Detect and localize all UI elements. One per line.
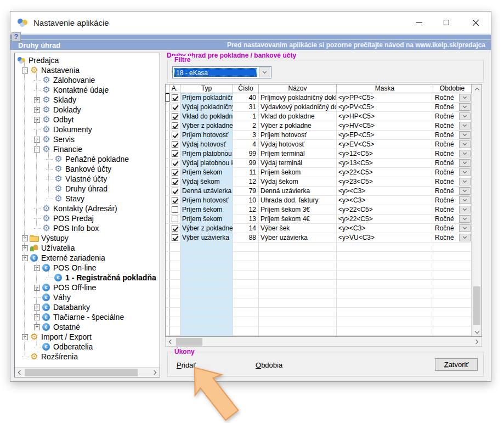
table-vertical-scrollbar[interactable] — [472, 84, 482, 336]
typ-cell[interactable]: Príjem pokladničným c — [180, 93, 233, 102]
scroll-up-button[interactable] — [472, 84, 482, 93]
typ-cell[interactable]: Výdaj pokladničným c — [180, 103, 233, 111]
maska-cell[interactable]: <y>22<C5> — [337, 168, 433, 177]
table-row[interactable]: Príjem hotovosť10Uhrada dod. faktury<y><… — [166, 196, 472, 205]
obdobie-cell[interactable]: Ročné — [433, 112, 472, 121]
obdobie-dropdown-button[interactable] — [459, 103, 471, 111]
table-row-empty[interactable] — [166, 242, 472, 252]
collapse-icon[interactable]: − — [22, 334, 28, 340]
scroll-down-button[interactable] — [472, 328, 482, 336]
scroll-left-button[interactable] — [166, 337, 175, 347]
checkbox-checked[interactable] — [172, 132, 178, 138]
collapse-icon[interactable]: − — [22, 255, 28, 261]
typ-cell[interactable]: Príjem hotovosť — [180, 196, 233, 205]
collapse-icon[interactable]: − — [22, 67, 28, 74]
nazov-cell[interactable]: Príjem terminál — [259, 149, 337, 158]
close-dialog-button[interactable]: Zatvoriť — [435, 358, 478, 371]
maska-cell[interactable]: <y><C3> — [337, 187, 433, 195]
obdobie-cell[interactable]: Ročné — [433, 121, 472, 130]
help-button[interactable]: ? — [12, 32, 21, 42]
tree-item[interactable]: −Nastavenia — [15, 65, 160, 75]
obdobie-cell[interactable]: Ročné — [433, 233, 472, 242]
checkbox-checked[interactable] — [172, 104, 178, 110]
table-row-empty[interactable] — [166, 261, 472, 270]
scrollbar-track[interactable] — [472, 93, 482, 328]
cislo-cell[interactable]: 2 — [233, 121, 259, 130]
obdobie-cell[interactable]: Ročné — [433, 205, 472, 214]
obdobie-cell[interactable]: Ročné — [433, 103, 472, 111]
obdobie-dropdown-button[interactable] — [459, 94, 471, 101]
obdobie-dropdown-button[interactable] — [459, 131, 471, 139]
scrollbar-thumb[interactable] — [25, 369, 138, 376]
obdobie-cell[interactable]: Ročné — [433, 187, 472, 195]
typ-cell[interactable]: Príjem šekom — [180, 215, 233, 223]
tree-item[interactable]: −Externé zariadenia — [15, 253, 160, 263]
collapse-icon[interactable]: − — [34, 146, 40, 153]
table-row-empty[interactable] — [166, 336, 472, 336]
cislo-cell[interactable]: 1 — [233, 112, 259, 121]
nazov-cell[interactable]: Výdaj terminál — [259, 159, 337, 167]
nazov-cell[interactable]: Výber z pokladne — [259, 121, 337, 130]
typ-cell[interactable]: Výber uzávierka — [180, 233, 233, 242]
obdobie-dropdown-button[interactable] — [459, 206, 471, 213]
column-header[interactable]: Typ — [180, 84, 233, 93]
obdobie-dropdown-button[interactable] — [459, 187, 471, 195]
typ-cell[interactable]: Vklad do pokladne — [180, 112, 233, 121]
nazov-cell[interactable]: Výber šek — [259, 224, 337, 233]
table-row-empty[interactable] — [166, 289, 472, 298]
typ-cell[interactable]: Výdaj šekom — [180, 177, 233, 186]
checkbox-checked[interactable] — [172, 94, 178, 101]
obdobie-cell[interactable]: Ročné — [433, 196, 472, 205]
expand-icon[interactable]: + — [34, 117, 40, 123]
table-row-empty[interactable] — [166, 308, 472, 317]
typ-cell[interactable]: Výber z pokladne — [180, 121, 233, 130]
column-header[interactable]: Maska — [337, 84, 433, 93]
table-row-empty[interactable] — [166, 252, 472, 261]
tree-item[interactable]: Predajca — [15, 55, 160, 65]
column-header[interactable]: Obdobie — [433, 84, 472, 93]
obdobie-dropdown-button[interactable] — [459, 159, 471, 167]
scrollbar-thumb[interactable] — [176, 338, 202, 346]
obdobie-dropdown-button[interactable] — [459, 112, 471, 120]
obdobie-cell[interactable]: Ročné — [433, 93, 472, 102]
obdobie-dropdown-button[interactable] — [459, 168, 471, 176]
cislo-cell[interactable]: 99 — [233, 159, 259, 167]
table-row[interactable]: Výdaj pokladničným c31Výdavkový pokladni… — [166, 103, 472, 112]
table-row[interactable]: Príjem hotovosť3Príjem hotovosť<y>EP<C5>… — [166, 131, 472, 140]
obdobie-cell[interactable]: Ročné — [433, 131, 472, 139]
table-row[interactable]: Príjem šekom12Príjem šekom 3€<y>22<C5>Ro… — [166, 205, 472, 215]
checkbox-checked[interactable] — [172, 169, 178, 176]
cislo-cell[interactable]: 40 — [233, 93, 259, 102]
obdobie-dropdown-button[interactable] — [459, 215, 471, 223]
nazov-cell[interactable]: Výdavkový pokladničný doklad — [259, 103, 337, 111]
checkbox-checked[interactable] — [172, 113, 178, 120]
maska-cell[interactable]: <y>EP<C5> — [337, 131, 433, 139]
table-row[interactable]: Príjem pokladničným c40Príjmový pokladni… — [166, 93, 472, 103]
typ-cell[interactable]: Príjem šekom — [180, 168, 233, 177]
expand-icon[interactable]: + — [22, 245, 28, 251]
maska-cell[interactable]: <y>EV<C5> — [337, 140, 433, 149]
expand-icon[interactable]: + — [34, 137, 40, 143]
expand-icon[interactable]: + — [34, 285, 40, 291]
obdobie-dropdown-button[interactable] — [459, 224, 471, 232]
table-row-empty[interactable] — [166, 317, 472, 326]
table-row[interactable]: Výber uzávierka88Výber uzávierka<y>VU<C3… — [166, 233, 472, 242]
maska-cell[interactable]: <y>PP<C5> — [337, 93, 433, 102]
tree-item[interactable]: −Import / Export — [15, 332, 160, 342]
obdobie-cell[interactable]: Ročné — [433, 140, 472, 149]
nazov-cell[interactable]: Výber uzávierka — [259, 233, 337, 242]
checkbox-checked[interactable] — [172, 225, 178, 232]
typ-cell[interactable]: Príjem platobnou karto — [180, 149, 233, 158]
checkbox-checked[interactable] — [172, 150, 178, 157]
table-row[interactable]: Výber z pokladne14Výber šek<y><C3>Ročné — [166, 224, 472, 233]
typ-cell[interactable]: Príjem šekom — [180, 205, 233, 214]
checkbox-checked[interactable] — [172, 122, 178, 129]
table-row[interactable]: Denná uzávierka79Denná uzávierka<y><C3>R… — [166, 187, 472, 196]
maska-cell[interactable]: <y>22<C5> — [337, 215, 433, 223]
expand-icon[interactable]: + — [34, 304, 40, 311]
obdobie-dropdown-button[interactable] — [459, 122, 471, 129]
cislo-cell[interactable]: 79 — [233, 187, 259, 195]
maska-cell[interactable]: <y>13<C5> — [337, 159, 433, 167]
filter-combobox[interactable]: 18 - eKasa — [172, 66, 271, 78]
nazov-cell[interactable]: Vklad do pokladne — [259, 112, 337, 121]
